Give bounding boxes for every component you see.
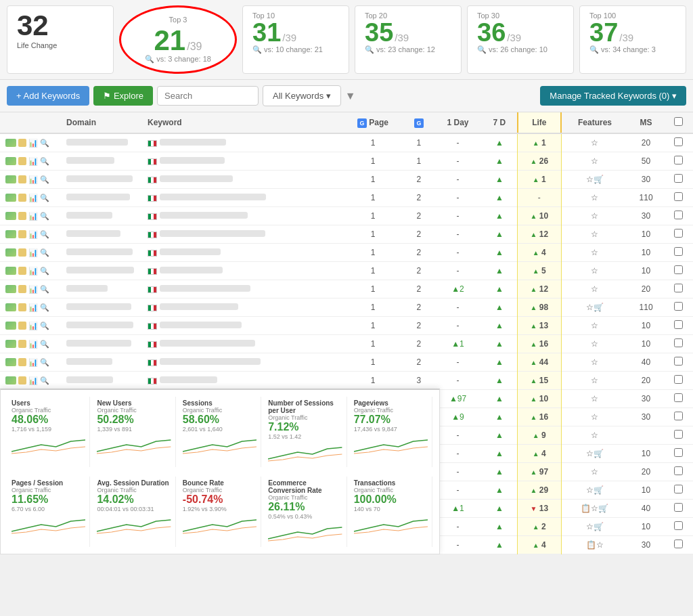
row-checkbox-cell[interactable] bbox=[664, 500, 693, 518]
stat-card-4[interactable]: Top 30 36 /39 🔍 vs: 26 change: 10 bbox=[467, 5, 574, 74]
row-checkbox[interactable] bbox=[674, 466, 683, 475]
row-checkbox[interactable] bbox=[674, 320, 683, 329]
row-checkbox-cell[interactable] bbox=[664, 152, 693, 171]
row-checkbox[interactable] bbox=[674, 229, 683, 238]
search-icon[interactable]: 🔍 bbox=[40, 340, 49, 349]
search-icon[interactable]: 🔍 bbox=[40, 230, 49, 239]
search-icon[interactable]: 🔍 bbox=[40, 157, 49, 166]
7d-cell: ▲ bbox=[482, 481, 518, 500]
row-checkbox-cell[interactable] bbox=[664, 280, 693, 299]
chart-icon[interactable]: 📊 bbox=[28, 175, 38, 184]
row-checkbox-cell[interactable] bbox=[664, 299, 693, 317]
row-checkbox[interactable] bbox=[674, 540, 683, 548]
col-header-g[interactable]: G bbox=[404, 112, 434, 133]
row-checkbox-cell[interactable] bbox=[664, 536, 693, 554]
stat-card-highlighted[interactable]: Top 3 21 /39 🔍 vs: 3 change: 18 bbox=[119, 5, 237, 74]
row-checkbox[interactable] bbox=[674, 430, 683, 439]
row-checkbox-cell[interactable] bbox=[664, 335, 693, 353]
row-checkbox-cell[interactable] bbox=[664, 133, 693, 152]
row-checkbox-cell[interactable] bbox=[664, 317, 693, 335]
row-checkbox-cell[interactable] bbox=[664, 171, 693, 189]
ms-cell: 20 bbox=[628, 463, 664, 481]
row-checkbox[interactable] bbox=[674, 357, 683, 366]
chart-icon[interactable]: 📊 bbox=[28, 285, 38, 294]
chart-icon[interactable]: 📊 bbox=[28, 139, 38, 148]
row-checkbox[interactable] bbox=[674, 174, 683, 183]
search-icon[interactable]: 🔍 bbox=[40, 175, 49, 184]
search-icon[interactable]: 🔍 bbox=[40, 376, 49, 385]
row-checkbox[interactable] bbox=[674, 302, 683, 311]
col-header-checkbox[interactable] bbox=[664, 112, 693, 133]
col-header-1day[interactable]: 1 Day bbox=[434, 112, 482, 133]
search-icon[interactable]: 🔍 bbox=[40, 248, 49, 257]
col-header-domain[interactable]: Domain bbox=[61, 112, 142, 133]
row-checkbox[interactable] bbox=[674, 393, 683, 402]
row-checkbox-cell[interactable] bbox=[664, 408, 693, 426]
chart-icon[interactable]: 📊 bbox=[28, 303, 38, 312]
row-checkbox[interactable] bbox=[674, 211, 683, 219]
search-icon[interactable]: 🔍 bbox=[40, 212, 49, 221]
row-checkbox-cell[interactable] bbox=[664, 518, 693, 536]
row-checkbox[interactable] bbox=[674, 247, 683, 256]
col-header-gpage[interactable]: G Page bbox=[342, 112, 404, 133]
col-header-7d[interactable]: 7 D bbox=[482, 112, 518, 133]
stat-card-5[interactable]: Top 100 37 /39 🔍 vs: 34 change: 3 bbox=[579, 5, 686, 74]
row-checkbox-cell[interactable] bbox=[664, 390, 693, 408]
chart-icon[interactable]: 📊 bbox=[28, 340, 38, 349]
row-checkbox-cell[interactable] bbox=[664, 445, 693, 463]
row-checkbox-cell[interactable] bbox=[664, 225, 693, 244]
row-checkbox[interactable] bbox=[674, 412, 683, 420]
chart-icon[interactable]: 📊 bbox=[28, 194, 38, 202]
chart-icon[interactable]: 📊 bbox=[28, 230, 38, 239]
search-icon[interactable]: 🔍 bbox=[40, 358, 49, 367]
row-checkbox[interactable] bbox=[674, 448, 683, 457]
row-checkbox-cell[interactable] bbox=[664, 189, 693, 207]
col-header-features[interactable]: Features bbox=[561, 112, 628, 133]
row-checkbox[interactable] bbox=[674, 265, 683, 274]
chart-icon[interactable]: 📊 bbox=[28, 358, 38, 367]
row-checkbox-cell[interactable] bbox=[664, 426, 693, 445]
row-checkbox[interactable] bbox=[674, 521, 683, 530]
filter-icon[interactable]: ▼ bbox=[345, 90, 356, 102]
row-checkbox-cell[interactable] bbox=[664, 372, 693, 390]
row-checkbox[interactable] bbox=[674, 503, 683, 512]
explore-button[interactable]: ⚑ Explore bbox=[93, 86, 153, 106]
chart-icon[interactable]: 📊 bbox=[28, 157, 38, 166]
col-header-ms[interactable]: MS bbox=[628, 112, 664, 133]
row-checkbox-cell[interactable] bbox=[664, 244, 693, 262]
add-keywords-button[interactable]: + Add Keywords bbox=[7, 86, 89, 106]
col-header-life[interactable]: Life bbox=[518, 112, 561, 133]
all-keywords-button[interactable]: All Keywords ▾ bbox=[263, 85, 341, 106]
row-checkbox-cell[interactable] bbox=[664, 207, 693, 225]
row-checkbox-cell[interactable] bbox=[664, 463, 693, 481]
row-checkbox[interactable] bbox=[674, 284, 683, 292]
row-checkbox[interactable] bbox=[674, 137, 683, 146]
row-checkbox[interactable] bbox=[674, 485, 683, 493]
manage-keywords-button[interactable]: Manage Tracked Keywords (0) ▾ bbox=[540, 86, 686, 106]
row-checkbox[interactable] bbox=[674, 156, 683, 164]
row-checkbox[interactable] bbox=[674, 338, 683, 347]
row-checkbox-cell[interactable] bbox=[664, 481, 693, 500]
chart-icon[interactable]: 📊 bbox=[28, 267, 38, 276]
stat-card-2[interactable]: Top 10 31 /39 🔍 vs: 10 change: 21 bbox=[242, 5, 349, 74]
chart-icon[interactable]: 📊 bbox=[28, 376, 38, 385]
row-checkbox[interactable] bbox=[674, 375, 683, 384]
search-icon[interactable]: 🔍 bbox=[40, 267, 49, 276]
row-checkbox-cell[interactable] bbox=[664, 353, 693, 372]
search-icon[interactable]: 🔍 bbox=[40, 285, 49, 294]
stat-card-0[interactable]: 32 Life Change bbox=[7, 5, 114, 74]
search-icon[interactable]: 🔍 bbox=[40, 303, 49, 312]
stat-frac-2: /39 bbox=[282, 32, 296, 43]
chart-icon[interactable]: 📊 bbox=[28, 212, 38, 221]
search-input[interactable] bbox=[157, 86, 259, 106]
chart-icon[interactable]: 📊 bbox=[28, 248, 38, 257]
search-icon[interactable]: 🔍 bbox=[40, 194, 49, 202]
col-header-keyword[interactable]: Keyword bbox=[142, 112, 342, 133]
search-icon[interactable]: 🔍 bbox=[40, 322, 49, 330]
select-all-checkbox[interactable] bbox=[674, 117, 683, 126]
stat-card-3[interactable]: Top 20 35 /39 🔍 vs: 23 change: 12 bbox=[355, 5, 462, 74]
row-checkbox[interactable] bbox=[674, 192, 683, 201]
chart-icon[interactable]: 📊 bbox=[28, 322, 38, 330]
search-icon[interactable]: 🔍 bbox=[40, 139, 49, 148]
row-checkbox-cell[interactable] bbox=[664, 262, 693, 280]
